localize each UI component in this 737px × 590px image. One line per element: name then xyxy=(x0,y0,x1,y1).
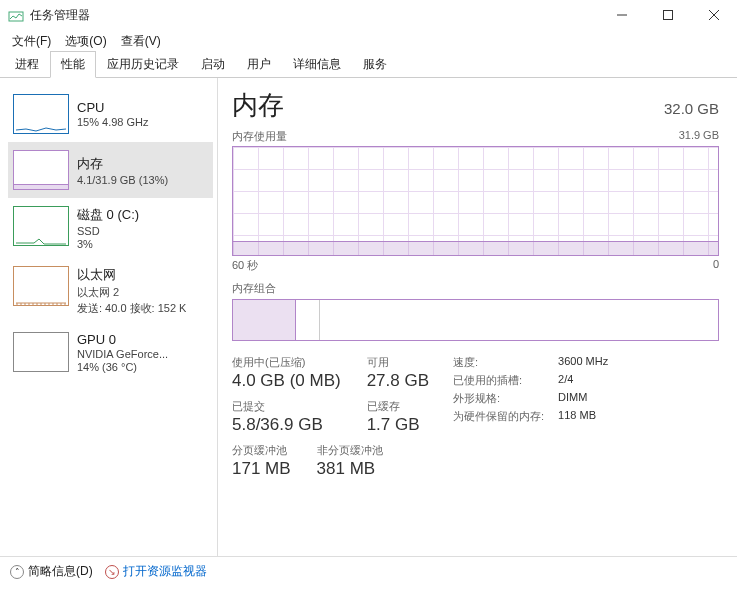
sidebar-sub2: 3% xyxy=(77,238,139,250)
stat-committed: 已提交 5.8/36.9 GB xyxy=(232,399,341,435)
stats-right: 速度: 3600 MHz 已使用的插槽: 2/4 外形规格: DIMM 为硬件保… xyxy=(453,355,608,479)
window-controls xyxy=(599,0,737,30)
sidebar-sub: 4.1/31.9 GB (13%) xyxy=(77,174,168,186)
menu-bar: 文件(F) 选项(O) 查看(V) xyxy=(0,30,737,52)
svg-rect-2 xyxy=(664,11,673,20)
footer: ˄ 简略信息(D) ↘ 打开资源监视器 xyxy=(0,556,737,586)
sidebar-label: 磁盘 0 (C:) xyxy=(77,206,139,224)
stat-nonpaged: 非分页缓冲池 381 MB xyxy=(317,443,383,479)
close-button[interactable] xyxy=(691,0,737,30)
sidebar-item-disk[interactable]: 磁盘 0 (C:) SSD 3% xyxy=(8,198,213,258)
sidebar-label: GPU 0 xyxy=(77,332,168,347)
sidebar-label: CPU xyxy=(77,100,149,115)
svg-rect-0 xyxy=(9,12,23,21)
tab-processes[interactable]: 进程 xyxy=(4,51,50,78)
stats-grid: 使用中(已压缩) 4.0 GB (0 MB) 可用 27.8 GB 已提交 5.… xyxy=(232,355,719,479)
content: CPU 15% 4.98 GHz 内存 4.1/31.9 GB (13%) 磁盘… xyxy=(0,78,737,556)
app-icon xyxy=(8,7,24,23)
sidebar: CPU 15% 4.98 GHz 内存 4.1/31.9 GB (13%) 磁盘… xyxy=(0,78,217,556)
tab-users[interactable]: 用户 xyxy=(236,51,282,78)
sidebar-sub: NVIDIA GeForce... xyxy=(77,348,168,360)
tab-performance[interactable]: 性能 xyxy=(50,51,96,78)
fewer-details-button[interactable]: ˄ 简略信息(D) xyxy=(10,563,93,580)
ethernet-thumb xyxy=(13,266,69,306)
sidebar-sub2: 发送: 40.0 接收: 152 K xyxy=(77,301,186,316)
memory-thumb xyxy=(13,150,69,190)
sidebar-sub: SSD xyxy=(77,225,139,237)
titlebar: 任务管理器 xyxy=(0,0,737,30)
memory-usage-graph[interactable] xyxy=(232,146,719,256)
tab-details[interactable]: 详细信息 xyxy=(282,51,352,78)
memory-composition-graph[interactable] xyxy=(232,299,719,341)
detail-panel: 内存 32.0 GB 内存使用量 31.9 GB 60 秒 0 内存组合 使用中… xyxy=(217,78,737,556)
detail-total: 32.0 GB xyxy=(664,100,719,117)
tab-bar: 进程 性能 应用历史记录 启动 用户 详细信息 服务 xyxy=(0,52,737,78)
usage-graph-label: 内存使用量 xyxy=(232,129,287,144)
menu-file[interactable]: 文件(F) xyxy=(6,31,57,52)
tab-startup[interactable]: 启动 xyxy=(190,51,236,78)
stat-cached: 已缓存 1.7 GB xyxy=(367,399,429,435)
sidebar-item-cpu[interactable]: CPU 15% 4.98 GHz xyxy=(8,86,213,142)
detail-title: 内存 xyxy=(232,88,284,123)
stat-paged: 分页缓冲池 171 MB xyxy=(232,443,291,479)
stat-available: 可用 27.8 GB xyxy=(367,355,429,391)
resmon-icon: ↘ xyxy=(105,565,119,579)
tab-app-history[interactable]: 应用历史记录 xyxy=(96,51,190,78)
maximize-button[interactable] xyxy=(645,0,691,30)
sidebar-sub: 15% 4.98 GHz xyxy=(77,116,149,128)
sidebar-sub: 以太网 2 xyxy=(77,285,186,300)
disk-thumb xyxy=(13,206,69,246)
sidebar-label: 内存 xyxy=(77,155,168,173)
gpu-thumb xyxy=(13,332,69,372)
menu-options[interactable]: 选项(O) xyxy=(59,31,112,52)
sidebar-item-ethernet[interactable]: 以太网 以太网 2 发送: 40.0 接收: 152 K xyxy=(8,258,213,324)
sidebar-label: 以太网 xyxy=(77,266,186,284)
tab-services[interactable]: 服务 xyxy=(352,51,398,78)
composition-label: 内存组合 xyxy=(232,281,719,296)
chevron-up-icon: ˄ xyxy=(10,565,24,579)
axis-left: 60 秒 xyxy=(232,258,258,273)
usage-graph-max: 31.9 GB xyxy=(679,129,719,144)
sidebar-sub2: 14% (36 °C) xyxy=(77,361,168,373)
minimize-button[interactable] xyxy=(599,0,645,30)
open-resmon-link[interactable]: ↘ 打开资源监视器 xyxy=(105,563,207,580)
cpu-thumb xyxy=(13,94,69,134)
window-title: 任务管理器 xyxy=(30,7,599,24)
sidebar-item-gpu[interactable]: GPU 0 NVIDIA GeForce... 14% (36 °C) xyxy=(8,324,213,381)
stat-inuse: 使用中(已压缩) 4.0 GB (0 MB) xyxy=(232,355,341,391)
sidebar-item-memory[interactable]: 内存 4.1/31.9 GB (13%) xyxy=(8,142,213,198)
menu-view[interactable]: 查看(V) xyxy=(115,31,167,52)
axis-right: 0 xyxy=(713,258,719,273)
